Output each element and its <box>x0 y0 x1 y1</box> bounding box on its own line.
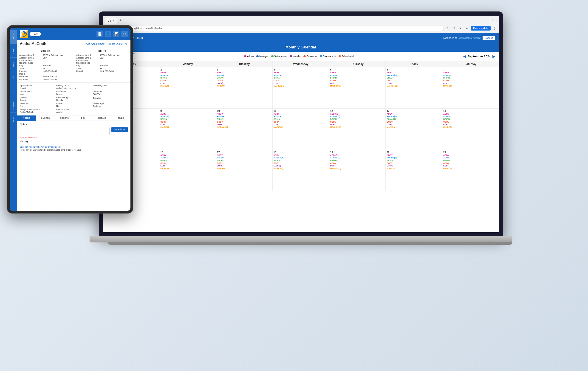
user-icon[interactable]: 👤 <box>105 31 111 37</box>
pet-label: Pet's Name <box>56 91 91 93</box>
sidebar-item-calendar[interactable]: Calendar <box>10 30 17 44</box>
history-date: 08/14/2024 17:15:51 <box>29 146 48 148</box>
new-tab-btn[interactable]: + <box>118 18 123 22</box>
legend-sales-admin: Sales/Admin <box>320 55 336 58</box>
back-button[interactable]: Back <box>30 32 41 36</box>
notes-textarea[interactable] <box>20 127 110 135</box>
address-bar[interactable] <box>124 25 444 31</box>
sidebar-item-order[interactable]: Order <box>10 71 17 85</box>
cal-day-10[interactable]: 10ABBYAUDRABRIANCODYLORIMARION(1) <box>216 109 273 150</box>
settings-icon[interactable]: ⚙ <box>121 31 128 37</box>
cal-day-2[interactable]: 2ABBYAUDRABRIANCODYLORIMARION <box>159 67 216 109</box>
history-label: History <box>20 140 128 143</box>
bill-addr-line2-label: Address Line 2 <box>76 57 99 59</box>
gate-info: Gate Code GC1234 <box>92 90 128 96</box>
laptop-base <box>90 236 512 242</box>
tab-notes[interactable]: NOTES <box>17 115 36 121</box>
legend-installer: Installer <box>290 55 301 58</box>
restore-icon[interactable]: □ <box>493 19 494 22</box>
briefcase-icon[interactable]: 📄 <box>96 31 103 37</box>
finish-update-button[interactable]: Finish update <box>471 26 491 31</box>
maximize-icon[interactable]: — <box>489 19 491 22</box>
tab-files[interactable]: FILES <box>112 115 130 121</box>
addr-line1-label: Address Line 1 <box>19 54 42 56</box>
cal-day-11[interactable]: 11ABBYAUDRABRIANCODYLORIMARION(1) <box>273 109 329 150</box>
sales-admin-color-dot <box>320 55 322 57</box>
cal-day-4[interactable]: 4ABBYAUDRABRIANCODYLORIMARION(1) <box>273 67 329 109</box>
contact-status-label: Contact Status <box>56 109 91 111</box>
app-header: Co l Hwy, Hamilton, VA, 20158 Logged in … <box>103 33 499 43</box>
extensions-btn[interactable]: ■ <box>458 26 463 31</box>
tab-pos[interactable]: POs <box>74 115 93 121</box>
pet-info: Pet's Name kanes <box>56 90 92 96</box>
bookmark-btn[interactable]: ☆ <box>445 26 450 31</box>
cal-day-6[interactable]: 6ABBYAUDRA(3)BRIANCODYLORIMARION(1) <box>386 67 442 109</box>
cal-day-12[interactable]: 12ABBY(1)AUDRA(2)BRIAN(1)CODYLORIMARION(… <box>329 109 386 150</box>
tab-orders[interactable]: ORDERS <box>55 115 74 121</box>
calendar-day-headers: Sunday Monday Tuesday Wednesday Thursday… <box>103 61 499 67</box>
sales-tax-value: No <box>20 105 55 107</box>
next-month-btn[interactable]: ▶ <box>493 54 495 59</box>
cal-day-17[interactable]: 17ABBYAUDRABRIANCODYLORIMARION <box>216 150 273 191</box>
tab-repair[interactable]: REPAIR <box>93 115 111 121</box>
sidebar-item-repair[interactable]: Repair <box>10 113 17 126</box>
bill-city: Hamilton <box>100 64 128 67</box>
add-appointment-link[interactable]: Add Appointment <box>86 42 105 45</box>
ship-phone-m: (986) 875-5456 <box>43 78 72 81</box>
browser-chrome: Co × + — □ ✕ ← → ↻ ☆ ⇧ <box>103 16 499 33</box>
save-note-button[interactable]: Save Note <box>111 127 128 132</box>
chart-icon[interactable]: 📊 <box>113 31 119 37</box>
solicit-value: No <box>56 105 91 107</box>
share-btn[interactable]: ⇧ <box>452 26 457 31</box>
cal-day-13[interactable]: 13ABBYAUDRA(3)BRIAN(1)CODYLORIMARION <box>386 109 442 150</box>
month-navigation: ◀ September 2024 ▶ <box>463 54 495 59</box>
legend-contractor: Contractor <box>304 55 317 58</box>
profile-btn[interactable]: ● <box>464 26 470 31</box>
spouse-info: Spouse Name Hamilton <box>19 84 56 90</box>
cal-day-21[interactable]: 21ABBYAUDRABRIANCODYLORIMARION <box>442 150 499 191</box>
sidebar-item-quote[interactable]: Quote <box>10 57 17 71</box>
logged-in-user: AbbyDemo(Admin) <box>459 37 481 39</box>
customer-type-label: Customer Type <box>56 97 91 99</box>
bill-city-label: City <box>76 64 99 67</box>
cal-day-9[interactable]: 9ABBYAUDRA(1)BRIANCODYLORIMARION(1) <box>159 109 216 150</box>
menu-btn[interactable]: ⋮ <box>492 26 497 31</box>
legend-sales-install-label: Sales/Install <box>342 55 354 58</box>
cal-day-18[interactable]: 18ABBYAUDRA(2)BRIANCODYLORI(2)MARION(1) <box>273 150 329 191</box>
sales-tax-info: Sales Tax No <box>19 102 56 108</box>
sidebar-item-installation[interactable]: Installation <box>10 99 17 113</box>
edited-at-label: Edited at <box>20 146 29 148</box>
bill-state-label: State <box>76 67 99 70</box>
tab-quotes[interactable]: QUOTES <box>36 115 55 121</box>
logged-in-label: Logged in as <box>443 37 457 39</box>
tab-close-btn[interactable]: × <box>113 19 114 22</box>
browser-tab[interactable]: Co × <box>105 17 117 24</box>
calendar-title: Monthly Calendar <box>285 45 316 49</box>
cal-day-3[interactable]: 3ABBYAUDRABRIANCODYLORI(1)MARION <box>216 67 273 109</box>
calendar-header: × Monthly Calendar <box>103 43 499 52</box>
cal-day-16[interactable]: 16ABBYAUDRA(1)BRIANCODYLORIMARION <box>159 150 216 191</box>
day-header-thu: Thursday <box>329 61 386 67</box>
cal-day-14[interactable]: 14ABBYAUDRABRIANCODYLORIMARION <box>442 109 499 150</box>
cal-day-5[interactable]: 5ABBYAUDRABRIANCODYLORIMARION(1) <box>329 67 386 109</box>
phone-h-label: Phone H <box>19 75 42 78</box>
zip-label: Zipcode <box>19 70 42 72</box>
referral-info: Referral Google <box>19 96 56 102</box>
cal-day-19[interactable]: 19ABBY(1)AUDRA(1)BRIAN(1)CODYLORIMARION(… <box>329 150 386 191</box>
sidebar-item-pos[interactable]: POs <box>10 85 17 99</box>
tab-title: Co <box>108 19 111 22</box>
cal-day-20[interactable]: 20ABBYAUDRA(2)BRIANCODYLORI(1)MARION <box>386 150 442 191</box>
prev-month-btn[interactable]: ◀ <box>463 54 466 59</box>
cal-day-7[interactable]: 7ABBYAUDRABRIANCODYLORIMARION <box>442 67 499 109</box>
contact-type-value: Customer <box>93 105 127 107</box>
sidebar-item-contact[interactable]: Contact <box>10 44 17 57</box>
sales-install-color-dot <box>338 55 341 57</box>
close-window-icon[interactable]: ✕ <box>495 19 497 22</box>
logout-button[interactable]: Logout <box>482 36 495 40</box>
bill-subdivision-label: Subdivision/Neighborhood <box>76 60 99 64</box>
create-quote-link[interactable]: Create Quote <box>107 42 123 45</box>
history-note-content: M measure whole house for shades bring a… <box>27 149 81 151</box>
pet-value: kanes <box>56 93 91 95</box>
edit-icon[interactable]: ✎ <box>125 42 128 46</box>
phone-m-label: Phone M <box>19 78 42 81</box>
